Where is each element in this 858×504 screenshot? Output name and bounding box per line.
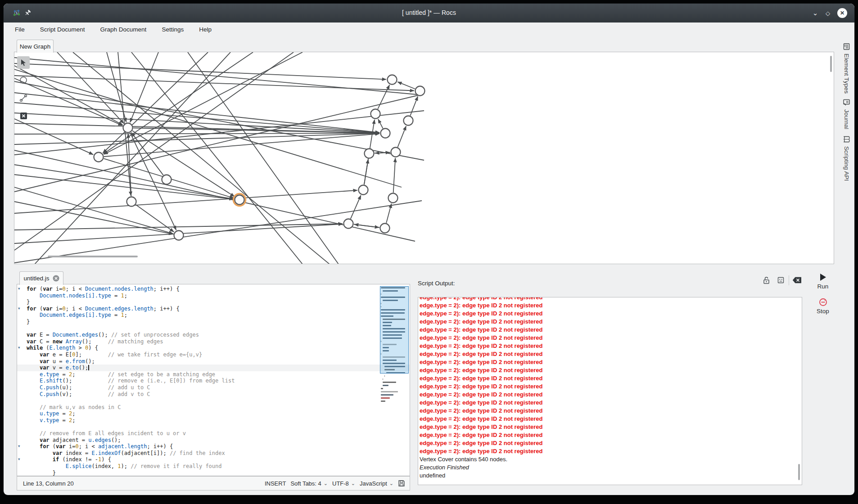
dock-tab-element-types[interactable]: Element Types (840, 43, 853, 94)
graph-edge[interactable] (378, 119, 383, 129)
fold-marker-icon[interactable]: ▼ (18, 345, 20, 351)
menu-graph-document[interactable]: Graph Document (100, 26, 147, 33)
graph-edge[interactable] (386, 204, 392, 223)
graph-node[interactable] (365, 149, 374, 158)
maximize-button[interactable]: ◇ (823, 8, 833, 18)
graph-node[interactable] (162, 175, 172, 184)
graph-horizontal-scrollbar[interactable] (48, 256, 138, 257)
code-line[interactable]: var C = new Array(); // matching edges (17, 338, 410, 345)
code-line[interactable]: var v = e.to(); (17, 364, 410, 371)
graph-node[interactable] (174, 231, 184, 240)
graph-node[interactable] (94, 153, 104, 162)
code-line[interactable]: v.type = 2; (17, 417, 410, 424)
code-line[interactable] (17, 423, 410, 430)
code-line[interactable] (17, 397, 410, 404)
title-bar[interactable]: [ untitled ]* — Rocs ⌄ ◇ ✕ (4, 4, 854, 22)
graph-edge[interactable] (354, 225, 379, 228)
code-line[interactable]: } (17, 470, 410, 476)
code-text[interactable]: ▼for (var i=0; i < Document.nodes.length… (17, 286, 410, 476)
debug-output-button[interactable] (775, 274, 786, 285)
code-line[interactable]: e.type = 2; // set edge to be a matching… (17, 371, 410, 378)
graph-vertical-scrollbar[interactable] (830, 56, 832, 72)
code-line[interactable]: E.splice(index, 1); // remove it if real… (17, 463, 410, 470)
tab-new-graph[interactable]: New Graph (17, 40, 54, 53)
fold-marker-icon[interactable]: ▼ (18, 456, 20, 463)
dock-tab-journal[interactable]: Journal (840, 99, 853, 129)
code-line[interactable]: Document.edges[i].type = 1; (17, 312, 410, 319)
graph-node[interactable] (404, 116, 413, 126)
language-selector[interactable]: JavaScript⌄ (360, 480, 393, 487)
editor-minimap[interactable] (381, 287, 408, 421)
graph-node[interactable] (381, 129, 390, 138)
code-line[interactable]: } (17, 299, 410, 306)
fold-marker-icon[interactable]: ▼ (18, 306, 20, 312)
graph-node[interactable] (127, 197, 136, 207)
dock-tab-scripting-api[interactable]: Scripting API (840, 136, 853, 181)
stop-button[interactable]: Stop (812, 298, 834, 315)
code-line[interactable]: } (17, 319, 410, 325)
code-line[interactable]: // remove from E all edges incident to u… (17, 430, 410, 437)
tab-settings-selector[interactable]: Soft Tabs: 4⌄ (290, 480, 328, 487)
code-editor[interactable]: ▼for (var i=0; i < Document.nodes.length… (17, 284, 410, 476)
tab-close-icon[interactable] (53, 275, 59, 282)
minimap-viewport[interactable] (380, 286, 409, 374)
code-line[interactable]: var index = E.indexOf(adjacent[i]); // f… (17, 450, 410, 457)
save-icon[interactable] (398, 480, 405, 487)
select-move-tool-button[interactable] (17, 56, 30, 69)
code-line[interactable]: ▼for (var i=0; i < Document.edges.length… (17, 306, 410, 312)
graph-edge[interactable] (14, 113, 379, 133)
lock-output-button[interactable] (761, 274, 772, 285)
graph-edge[interactable] (378, 85, 389, 109)
graph-edge[interactable] (14, 133, 379, 134)
code-line[interactable]: // mark u,v as nodes in C (17, 404, 410, 411)
encoding-selector[interactable]: UTF-8⌄ (332, 480, 355, 487)
graph-edge[interactable] (14, 175, 234, 199)
graph-edge[interactable] (128, 134, 131, 196)
code-line[interactable]: var e = E[0]; // we take first edge e={u… (17, 351, 410, 358)
graph-node[interactable] (344, 219, 353, 229)
graph-node[interactable] (235, 195, 244, 205)
graph-edge[interactable] (393, 158, 396, 193)
code-line[interactable]: var E = Document.edges(); // set of unpr… (17, 332, 410, 338)
graph-edge[interactable] (14, 93, 379, 133)
tab-untitled-js[interactable]: untitled.js (19, 271, 63, 285)
graph-node[interactable] (388, 194, 398, 203)
code-line[interactable]: ▼while (E.length > 0) { (17, 345, 410, 351)
graph-node[interactable] (371, 109, 380, 119)
graph-edge[interactable] (132, 131, 235, 197)
code-line[interactable]: var adjacent = u.edges(); (17, 437, 410, 444)
run-button[interactable]: Run (812, 273, 834, 290)
minimize-button[interactable]: ⌄ (810, 8, 820, 18)
graph-edge[interactable] (351, 195, 361, 219)
fold-marker-icon[interactable]: ▼ (18, 286, 20, 292)
code-line[interactable]: C.push(u); // add u to C (17, 384, 410, 391)
menu-help[interactable]: Help (199, 26, 212, 33)
code-line[interactable]: ▼ if (index != -1) { (17, 456, 410, 463)
code-line[interactable]: Document.nodes[i].type = 1; (17, 292, 410, 299)
graph-edge[interactable] (397, 126, 406, 147)
graph-edge[interactable] (14, 165, 234, 199)
graph-canvas-panel[interactable] (14, 52, 834, 264)
clear-output-button[interactable] (791, 274, 802, 285)
code-line[interactable]: var u = e.from(); (17, 358, 410, 365)
create-edge-tool-button[interactable] (17, 92, 30, 104)
graph-node[interactable] (380, 224, 390, 233)
fold-marker-icon[interactable]: ▼ (18, 443, 20, 450)
script-output-console[interactable]: edge.type = 2): edge type ID 2 not regis… (418, 297, 802, 485)
graph-edge[interactable] (397, 82, 415, 89)
insert-mode-indicator[interactable]: INSERT (265, 480, 286, 487)
graph-edge[interactable] (57, 52, 124, 124)
code-line[interactable]: ▼ for (var i=0; i < adjacent.length; i++… (17, 443, 410, 450)
graph-node[interactable] (391, 148, 401, 157)
delete-tool-button[interactable] (17, 109, 30, 122)
menu-settings[interactable]: Settings (162, 26, 184, 33)
create-node-tool-button[interactable] (17, 74, 30, 86)
graph-node[interactable] (359, 185, 368, 195)
code-line[interactable]: u.type = 2; (17, 410, 410, 417)
graph-node[interactable] (388, 75, 397, 85)
graph-edge[interactable] (410, 96, 418, 116)
menu-script-document[interactable]: Script Document (40, 26, 85, 33)
code-line[interactable] (17, 325, 410, 332)
code-line[interactable]: C.push(v); // add v to C (17, 391, 410, 398)
code-line[interactable]: ▼for (var i=0; i < Document.nodes.length… (17, 286, 410, 292)
